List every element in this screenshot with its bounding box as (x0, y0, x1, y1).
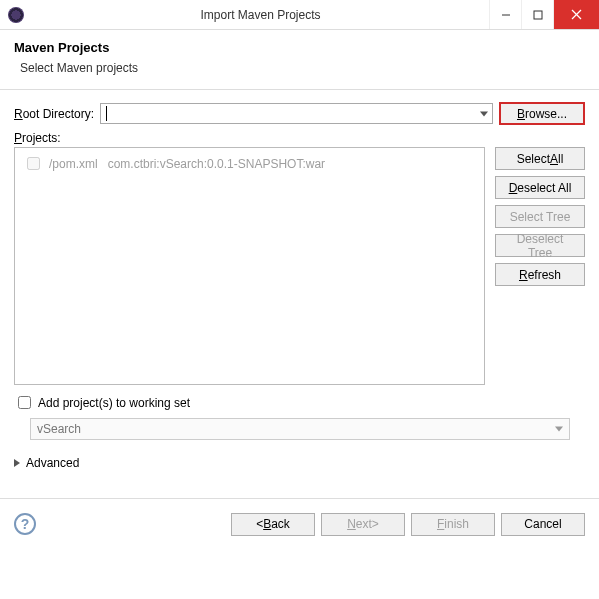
advanced-toggle[interactable]: Advanced (14, 456, 585, 470)
advanced-label: Advanced (26, 456, 79, 470)
window-controls (489, 0, 599, 29)
next-button: Next > (321, 513, 405, 536)
window-title: Import Maven Projects (32, 8, 489, 22)
project-path: /pom.xml (49, 157, 98, 171)
chevron-down-icon (555, 427, 563, 432)
root-directory-combo[interactable] (100, 103, 493, 124)
refresh-button[interactable]: Refresh (495, 263, 585, 286)
add-to-working-set-row[interactable]: Add project(s) to working set (14, 393, 585, 412)
eclipse-icon (8, 7, 24, 23)
deselect-tree-button: Deselect Tree (495, 234, 585, 257)
select-tree-button: Select Tree (495, 205, 585, 228)
back-button[interactable]: < Back (231, 513, 315, 536)
side-buttons: Select All Deselect All Select Tree Dese… (495, 147, 585, 286)
deselect-all-button[interactable]: Deselect All (495, 176, 585, 199)
root-directory-label: Root Directory: (14, 107, 94, 121)
triangle-right-icon (14, 459, 20, 467)
projects-listbox[interactable]: /pom.xml com.ctbri:vSearch:0.0.1-SNAPSHO… (14, 147, 485, 385)
help-icon[interactable]: ? (14, 513, 36, 535)
select-all-button[interactable]: Select All (495, 147, 585, 170)
close-button[interactable] (553, 0, 599, 29)
cancel-button[interactable]: Cancel (501, 513, 585, 536)
project-item[interactable]: /pom.xml com.ctbri:vSearch:0.0.1-SNAPSHO… (23, 154, 476, 173)
minimize-icon (501, 10, 511, 20)
page-subtitle: Select Maven projects (20, 61, 585, 75)
finish-button: Finish (411, 513, 495, 536)
wizard-header: Maven Projects Select Maven projects (0, 30, 599, 90)
add-to-working-set-checkbox[interactable] (18, 396, 31, 409)
title-bar: Import Maven Projects (0, 0, 599, 30)
page-title: Maven Projects (14, 40, 585, 55)
browse-button[interactable]: Browse... (499, 102, 585, 125)
button-bar: ? < Back Next > Finish Cancel (0, 499, 599, 549)
root-directory-row: Root Directory: Browse... (14, 102, 585, 125)
project-gav: com.ctbri:vSearch:0.0.1-SNAPSHOT:war (108, 157, 325, 171)
maximize-icon (533, 10, 543, 20)
minimize-button[interactable] (489, 0, 521, 29)
close-icon (571, 9, 582, 20)
svg-rect-1 (534, 11, 542, 19)
projects-section: /pom.xml com.ctbri:vSearch:0.0.1-SNAPSHO… (14, 147, 585, 385)
working-set-value: vSearch (37, 422, 81, 436)
working-set-combo[interactable]: vSearch (30, 418, 570, 440)
working-set-section: Add project(s) to working set vSearch (14, 393, 585, 440)
text-cursor (106, 106, 107, 121)
project-checkbox[interactable] (27, 157, 40, 170)
chevron-down-icon (480, 111, 488, 116)
projects-label: Projects: (14, 131, 585, 145)
maximize-button[interactable] (521, 0, 553, 29)
form-body: Root Directory: Browse... Projects: /pom… (0, 90, 599, 470)
add-to-working-set-label: Add project(s) to working set (38, 396, 190, 410)
root-directory-input[interactable] (101, 104, 472, 123)
